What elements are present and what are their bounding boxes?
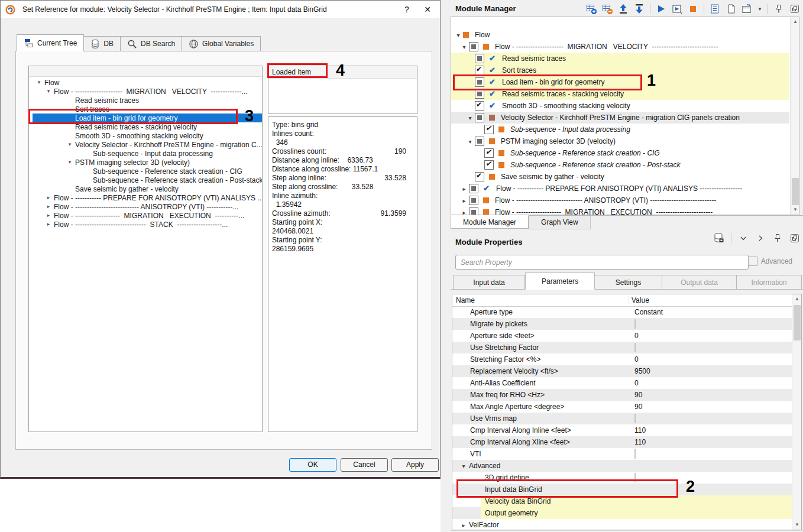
schedule-icon[interactable] [741, 3, 753, 15]
tab-module-manager[interactable]: Module Manager [451, 215, 529, 229]
sub-sequence-row[interactable]: Sub-sequence - Reference stack creation … [451, 147, 789, 159]
dialog-titlebar[interactable]: Set Reference for module: Velocity Selec… [1, 1, 440, 19]
param-row[interactable]: Use Stretching Factor [452, 342, 792, 353]
checkbox[interactable] [475, 89, 484, 99]
tree-row[interactable]: Save seismic by gather - velocity [29, 184, 262, 193]
module-row[interactable]: ✔ Read seismic traces [451, 53, 789, 64]
chevron-down-icon[interactable]: ▾ [34, 78, 44, 87]
move-down-icon[interactable] [633, 3, 645, 15]
sub-sequence-row[interactable]: Sub-sequence - Input data processing [451, 124, 789, 135]
param-value[interactable]: 110 [632, 426, 792, 434]
checkbox[interactable] [469, 42, 478, 51]
checkbox[interactable] [475, 66, 484, 75]
tree-row[interactable]: ▾ Flow [29, 78, 262, 87]
dropdown-caret-icon[interactable]: ▾ [757, 6, 763, 12]
param-value[interactable]: 9500 [632, 367, 792, 375]
column-header-value[interactable]: Value [629, 296, 649, 304]
scrollbar-thumb[interactable] [794, 305, 801, 340]
tree-row[interactable]: Sub-sequence - Reference stack creation … [29, 167, 262, 176]
column-header-name[interactable]: Name [452, 296, 629, 304]
chevron-right-icon[interactable]: ▸ [43, 193, 54, 202]
tree-row[interactable]: Sub-sequence - Reference stack creation … [29, 176, 262, 184]
stop-icon[interactable] [687, 3, 699, 15]
scroll-down-arrow[interactable]: ▼ [791, 205, 799, 215]
log-icon[interactable] [709, 3, 721, 15]
param-row[interactable]: Aperture side <feet> 0 [452, 330, 792, 342]
chevron-down-icon[interactable]: ▾ [43, 87, 54, 96]
flow-row[interactable]: ▸ ✔ Flow - ----------- PREPARE FOR ANISO… [451, 183, 789, 194]
checkbox[interactable] [475, 54, 484, 63]
tab-db-search[interactable]: DB Search [121, 36, 182, 51]
run-interactive-icon[interactable] [671, 3, 683, 15]
run-icon[interactable] [655, 3, 667, 15]
tab-information[interactable]: Information [737, 275, 802, 290]
chevron-right-icon[interactable]: ▸ [459, 186, 469, 192]
tree-row[interactable]: Sub-sequence - Input data processing [29, 149, 262, 158]
checkbox[interactable] [475, 101, 484, 111]
param-row[interactable]: Stretching Factor <%> 0 [452, 353, 792, 365]
apply-button[interactable]: Apply [391, 458, 439, 472]
close-button[interactable]: ✕ [420, 3, 435, 16]
tree-row[interactable]: ▸ Flow - --------------------------- ANI… [29, 202, 262, 211]
tab-output-data[interactable]: Output data [662, 275, 737, 290]
value-checkbox[interactable] [634, 319, 636, 329]
param-group-advanced[interactable]: ▾ Advanced [452, 460, 792, 472]
help-button[interactable]: ? [400, 3, 414, 16]
param-row[interactable]: Cmp Interval Along Inline <feet> 110 [452, 424, 792, 436]
chevron-right-icon[interactable]: ▸ [43, 220, 54, 229]
chevron-down-icon[interactable]: ▾ [465, 138, 475, 145]
tab-input-data[interactable]: Input data [453, 275, 525, 290]
param-row[interactable]: Aperture type Constant [452, 306, 792, 318]
module-row[interactable]: ✔ Smooth 3D - smoothing stacking velocit… [451, 100, 789, 112]
param-row[interactable]: Use Vrms map [452, 413, 792, 424]
flow-root-row[interactable]: ▾ Flow [451, 29, 789, 41]
flow-row[interactable]: ▾ Flow - -------------------- MIGRATION … [451, 41, 789, 53]
param-row[interactable]: VTI [452, 448, 792, 460]
tree-row[interactable]: Smooth 3D - smoothing stacking velocity [29, 131, 262, 140]
cancel-button[interactable]: Cancel [341, 458, 388, 472]
param-row[interactable]: Cmp Interval Along Xline <feet> 110 [452, 436, 792, 448]
chevron-down-icon[interactable]: ▾ [64, 140, 75, 149]
value-checkbox[interactable] [634, 343, 636, 352]
param-value[interactable]: Constant [632, 308, 792, 316]
chevron-down-icon[interactable]: ▾ [458, 463, 469, 469]
module-row-velocity-selector[interactable]: ▾ Velocity Selector - Kirchhoff PreSTM E… [451, 112, 789, 124]
param-row[interactable]: Replacement Velocity <ft/s> 9500 [452, 365, 792, 377]
flow-row[interactable]: ▸ Flow - ---------------------------- AN… [451, 194, 789, 206]
param-value[interactable]: 0 [632, 355, 792, 364]
scroll-down-arrow[interactable]: ▼ [792, 520, 802, 530]
flow-row[interactable]: ▸ Flow - ------------------- MIGRATION E… [451, 206, 789, 215]
chevron-down-icon[interactable]: ▾ [465, 115, 475, 121]
tree-row[interactable]: Read seismic traces [29, 96, 262, 105]
chevron-right-icon[interactable]: ▸ [459, 197, 469, 204]
copy-icon[interactable] [725, 3, 737, 15]
tab-current-tree[interactable]: Current Tree [17, 34, 84, 51]
move-up-icon[interactable] [617, 3, 629, 15]
remove-module-icon[interactable] [601, 3, 613, 15]
add-module-icon[interactable] [585, 3, 597, 15]
float-icon[interactable] [789, 3, 801, 15]
tree-row[interactable]: ▸ Flow - ------------------------------ … [29, 220, 262, 229]
search-property-input[interactable] [455, 255, 749, 270]
tab-global-variables[interactable]: Global Variables [182, 36, 261, 51]
sub-sequence-row[interactable]: Sub-sequence - Reference stack creation … [451, 159, 789, 171]
checkbox[interactable] [484, 125, 494, 134]
tree-row[interactable]: ▾ PSTM imaging selector 3D (velocity) [29, 158, 262, 167]
chevron-right-icon[interactable]: ▸ [458, 522, 469, 528]
chevron-down-icon[interactable]: ▾ [454, 32, 463, 38]
chevron-right-icon[interactable]: ▸ [459, 209, 469, 216]
checkbox[interactable] [475, 113, 484, 122]
chevron-down-icon[interactable]: ▾ [459, 44, 469, 50]
param-value[interactable]: 0 [632, 379, 792, 387]
param-value[interactable]: 90 [632, 391, 792, 399]
tab-parameters[interactable]: Parameters [525, 273, 595, 290]
database-lock-icon[interactable] [713, 232, 725, 244]
checkbox[interactable] [475, 172, 484, 181]
tab-db[interactable]: DB [84, 36, 121, 51]
tab-graph-view[interactable]: Graph View [529, 216, 590, 229]
param-value[interactable]: 110 [632, 438, 792, 446]
chevron-right-icon[interactable] [755, 232, 766, 244]
pin-icon[interactable] [772, 232, 783, 244]
chevron-right-icon[interactable]: ▸ [43, 211, 54, 220]
param-row[interactable]: Anti-Alias Coefficient 0 [452, 377, 792, 389]
